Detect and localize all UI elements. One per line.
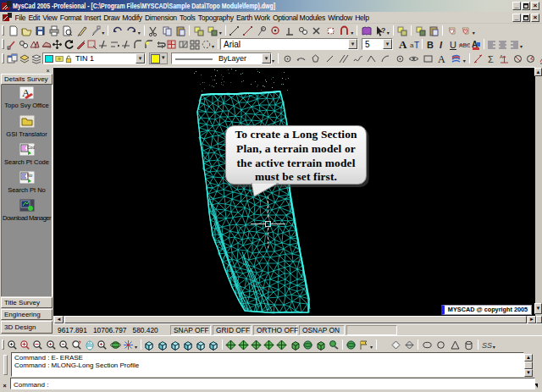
svg-text:A: A (438, 53, 445, 64)
svg-text:A: A (399, 39, 407, 50)
svg-text:?: ? (381, 26, 385, 35)
svg-text:Σ: Σ (488, 54, 494, 64)
svg-text:No: No (27, 173, 33, 178)
svg-text:A: A (500, 54, 503, 59)
svg-text:U: U (450, 40, 456, 50)
svg-text:I: I (440, 40, 443, 50)
svg-text:T: T (414, 41, 419, 50)
svg-text:Code: Code (27, 145, 35, 150)
svg-text:B: B (427, 40, 434, 50)
svg-text:SS: SS (482, 341, 492, 350)
